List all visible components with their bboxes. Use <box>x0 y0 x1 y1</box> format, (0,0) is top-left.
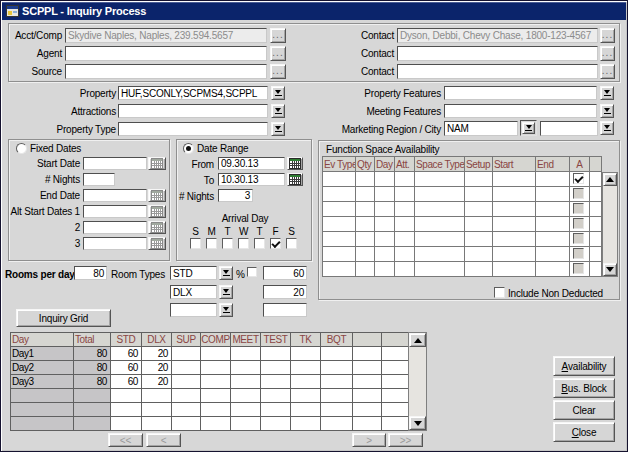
room-type-1-dropdown-button[interactable] <box>219 285 233 299</box>
grid-cell-r2c7[interactable] <box>261 375 290 388</box>
meeting-features-dropdown-button[interactable] <box>600 104 614 118</box>
contact2-field[interactable] <box>397 46 598 61</box>
fsa-cell-r1c1[interactable] <box>356 187 374 201</box>
contact1-field[interactable]: Dyson, Debbi, Chevy Chase, 1800-123-4567 <box>397 28 598 43</box>
grid-cell-r0c8[interactable] <box>291 347 320 360</box>
fsa-cell-r4c5[interactable] <box>465 232 492 246</box>
grid-cell-r1c11[interactable] <box>382 361 408 374</box>
fsa-cell-r1c7[interactable] <box>536 187 569 201</box>
grid-cell-r3c9[interactable] <box>321 389 352 402</box>
to-calendar-button[interactable] <box>287 173 303 186</box>
fsa-scrollbar-up-button[interactable] <box>603 173 617 186</box>
grid-cell-r1c3[interactable]: 20 <box>142 361 171 374</box>
pager-first-button[interactable]: << <box>108 433 143 447</box>
arrival-day-checkbox-3[interactable] <box>238 238 249 249</box>
grid-cell-r5c8[interactable] <box>291 417 320 430</box>
fsa-cell-r6c4[interactable] <box>415 262 464 276</box>
fsa-cell-r5c5[interactable] <box>465 247 492 261</box>
fsa-cell-r6c6[interactable] <box>493 262 535 276</box>
grid-cell-r2c0[interactable]: Day3 <box>11 375 73 388</box>
fsa-cell-r4c2[interactable] <box>375 232 394 246</box>
grid-cell-r0c6[interactable] <box>231 347 260 360</box>
grid-cell-r1c4[interactable] <box>172 361 200 374</box>
include-non-deducted-checkbox[interactable] <box>494 287 505 298</box>
grid-cell-r4c10[interactable] <box>353 403 381 416</box>
grid-cell-r5c3[interactable] <box>142 417 171 430</box>
fsa-cell-r3c5[interactable] <box>465 217 492 231</box>
agent-field[interactable] <box>65 46 267 61</box>
fsa-cell-r0c6[interactable] <box>493 172 535 186</box>
grid-cell-r2c3[interactable]: 20 <box>142 375 171 388</box>
acct-comp-browse-button[interactable]: ... <box>270 28 286 43</box>
grid-cell-r3c2[interactable] <box>111 389 141 402</box>
fsa-cell-r3c6[interactable] <box>493 217 535 231</box>
fsa-cell-r3c2[interactable] <box>375 217 394 231</box>
grid-cell-r1c7[interactable] <box>261 361 290 374</box>
grid-cell-r1c1[interactable]: 80 <box>74 361 110 374</box>
fsa-cell-r0c0[interactable] <box>323 172 355 186</box>
inquiry-grid-button[interactable]: Inquiry Grid <box>16 309 111 327</box>
grid-cell-r0c2[interactable]: 60 <box>111 347 141 360</box>
marketing-region-lov-inner-button[interactable] <box>522 122 535 134</box>
room-type-0-field[interactable]: STD <box>170 266 217 280</box>
property-features-field[interactable] <box>444 86 597 100</box>
agent-browse-button[interactable]: ... <box>270 46 286 61</box>
property-features-dropdown-button[interactable] <box>600 86 614 100</box>
contact3-field[interactable] <box>397 64 598 79</box>
fsa-row-6-avail-checkbox[interactable] <box>573 263 584 274</box>
from-field[interactable]: 09.30.13 <box>218 157 285 170</box>
fsa-cell-r5c4[interactable] <box>415 247 464 261</box>
fsa-cell-r1c0[interactable] <box>323 187 355 201</box>
pager-next-button[interactable]: > <box>352 433 386 447</box>
grid-cell-r3c6[interactable] <box>231 389 260 402</box>
contact1-browse-button[interactable]: ... <box>600 28 615 43</box>
grid-cell-r3c5[interactable] <box>201 389 230 402</box>
fsa-cell-r0c7[interactable] <box>536 172 569 186</box>
property-field[interactable]: HUF,SCONLY,SCPMS4,SCPPL <box>118 86 268 100</box>
grid-cell-r2c8[interactable] <box>291 375 320 388</box>
fsa-cell-r6c1[interactable] <box>356 262 374 276</box>
pager-last-button[interactable]: >> <box>388 433 423 447</box>
close-button[interactable]: Close <box>553 422 615 442</box>
arrival-day-checkbox-6[interactable] <box>286 238 297 249</box>
fsa-cell-r2c3[interactable] <box>395 202 414 216</box>
fsa-row-3-avail-checkbox[interactable] <box>573 218 584 229</box>
grid-cell-r3c4[interactable] <box>172 389 200 402</box>
grid-cell-r2c1[interactable]: 80 <box>74 375 110 388</box>
grid-scrollbar[interactable] <box>408 332 427 431</box>
fsa-cell-r4c9[interactable] <box>590 232 601 246</box>
fsa-cell-r2c1[interactable] <box>356 202 374 216</box>
grid-cell-r1c9[interactable] <box>321 361 352 374</box>
room-type-2-field[interactable] <box>170 303 217 317</box>
fsa-cell-r1c6[interactable] <box>493 187 535 201</box>
grid-cell-r4c5[interactable] <box>201 403 230 416</box>
fsa-cell-r3c3[interactable] <box>395 217 414 231</box>
fsa-row-5-avail-checkbox[interactable] <box>573 248 584 259</box>
fsa-scrollbar[interactable] <box>602 172 618 277</box>
room-type-2-value-field[interactable] <box>263 303 307 317</box>
fsa-cell-r4c3[interactable] <box>395 232 414 246</box>
source-field[interactable] <box>65 64 267 79</box>
grid-cell-r5c5[interactable] <box>201 417 230 430</box>
fixed-row-3-field[interactable] <box>83 205 147 218</box>
arrival-day-checkbox-0[interactable] <box>190 238 201 249</box>
fsa-cell-r1c9[interactable] <box>590 187 601 201</box>
grid-cell-r4c9[interactable] <box>321 403 352 416</box>
grid-cell-r1c10[interactable] <box>353 361 381 374</box>
fixed-row-3-calendar-button[interactable] <box>148 205 166 218</box>
fixed-row-1-field[interactable] <box>83 173 115 186</box>
fsa-cell-r0c9[interactable] <box>590 172 601 186</box>
fsa-cell-r4c1[interactable] <box>356 232 374 246</box>
fsa-cell-r0c3[interactable] <box>395 172 414 186</box>
room-type-1-value-field[interactable]: 20 <box>263 285 307 299</box>
fsa-scrollbar-down-button[interactable] <box>603 263 617 276</box>
room-type-2-dropdown-button[interactable] <box>219 303 233 317</box>
fsa-cell-r0c1[interactable] <box>356 172 374 186</box>
grid-cell-r0c7[interactable] <box>261 347 290 360</box>
grid-cell-r2c11[interactable] <box>382 375 408 388</box>
fsa-cell-r1c2[interactable] <box>375 187 394 201</box>
grid-cell-r4c8[interactable] <box>291 403 320 416</box>
grid-cell-r0c4[interactable] <box>172 347 200 360</box>
grid-cell-r0c10[interactable] <box>353 347 381 360</box>
fsa-cell-r3c4[interactable] <box>415 217 464 231</box>
